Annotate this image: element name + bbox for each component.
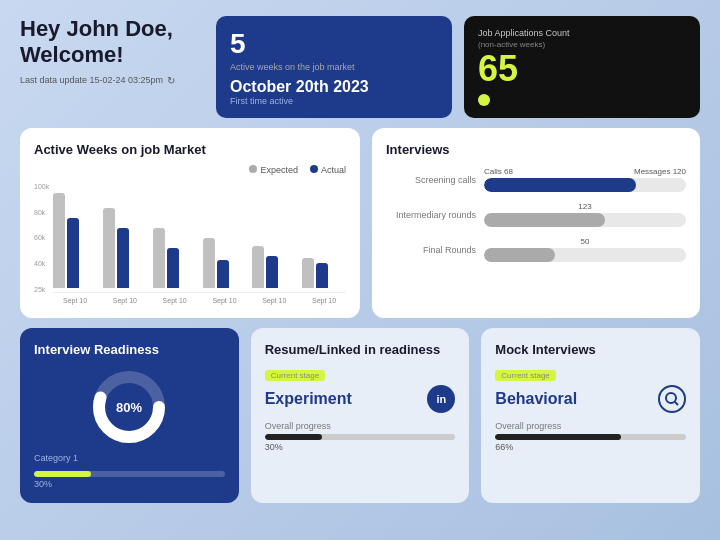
first-active-date: October 20th 2023 xyxy=(230,78,438,96)
current-stage-label: Current stage xyxy=(265,370,325,381)
chart-card: Active Weeks on job Market Expected Actu… xyxy=(20,128,360,318)
mock-overall-progress-label: Overall progress xyxy=(495,421,686,431)
intermediary-rounds-fill xyxy=(484,213,605,227)
greeting-block: Hey John Doe, Welcome! Last data update … xyxy=(20,16,200,86)
bar-group-6 xyxy=(302,258,346,288)
refresh-icon[interactable]: ↻ xyxy=(167,75,175,86)
bar-chart xyxy=(53,183,346,293)
x-axis: Sept 10 Sept 10 Sept 10 Sept 10 Sept 10 … xyxy=(53,297,346,304)
screening-calls-row: Screening calls Calls 68 Messages 120 xyxy=(386,167,686,192)
resume-progress-track xyxy=(265,434,456,440)
bar-actual-2 xyxy=(117,228,129,288)
bar-expected-2 xyxy=(103,208,115,288)
screening-calls-track xyxy=(484,178,686,192)
mock-progress-fill xyxy=(495,434,621,440)
mock-stage-value: Behavioral xyxy=(495,390,577,408)
bar-chart-container: Sept 10 Sept 10 Sept 10 Sept 10 Sept 10 … xyxy=(53,183,346,304)
stage-value: Experiment xyxy=(265,390,352,408)
resume-progress-fill xyxy=(265,434,322,440)
interviews-title: Interviews xyxy=(386,142,686,157)
legend-expected-dot xyxy=(249,165,257,173)
progress-fill xyxy=(34,471,91,477)
intermediary-rounds-track xyxy=(484,213,686,227)
bar-group-5 xyxy=(252,246,296,288)
messages-count: Messages 120 xyxy=(634,167,686,176)
screening-calls-bar-container: Calls 68 Messages 120 xyxy=(484,167,686,192)
legend-actual: Actual xyxy=(310,165,346,175)
legend-expected: Expected xyxy=(249,165,298,175)
bar-actual-6 xyxy=(316,263,328,288)
chart-legend: Expected Actual xyxy=(34,165,346,175)
screening-calls-label: Screening calls xyxy=(386,175,476,185)
job-app-value: 65 xyxy=(478,51,686,87)
bar-expected-5 xyxy=(252,246,264,288)
final-rounds-track xyxy=(484,248,686,262)
svg-point-3 xyxy=(666,393,676,403)
mock-stage-icon xyxy=(658,385,686,413)
bar-expected-4 xyxy=(203,238,215,288)
bar-actual-5 xyxy=(266,256,278,288)
job-applications-card: Job Applications Count (non-active weeks… xyxy=(464,16,700,118)
top-cards: 5 Active weeks on the job market October… xyxy=(216,16,700,118)
final-rounds-value: 50 xyxy=(581,237,590,246)
stage-row: Experiment in xyxy=(265,385,456,413)
bar-expected-6 xyxy=(302,258,314,288)
stage-icon: in xyxy=(427,385,455,413)
intermediary-rounds-bar-container: 123 xyxy=(484,202,686,227)
bar-actual-4 xyxy=(217,260,229,288)
bar-expected-3 xyxy=(153,228,165,288)
bar-actual-1 xyxy=(67,218,79,288)
progress-percent: 30% xyxy=(34,479,225,489)
first-active-label: First time active xyxy=(230,96,438,106)
svg-line-4 xyxy=(675,402,678,405)
search-icon xyxy=(664,391,680,407)
mock-current-stage-badge: Current stage xyxy=(495,367,686,385)
mock-current-stage-label: Current stage xyxy=(495,370,555,381)
bar-group-3 xyxy=(153,228,197,288)
bottom-section: Interview Readiness 80% Category 1 30% R… xyxy=(0,328,720,503)
final-rounds-fill xyxy=(484,248,555,262)
intermediary-rounds-label: Intermediary rounds xyxy=(386,210,476,220)
active-weeks-card: 5 Active weeks on the job market October… xyxy=(216,16,452,118)
mock-stage-row: Behavioral xyxy=(495,385,686,413)
overall-progress-label: Overall progress xyxy=(265,421,456,431)
job-app-label: Job Applications Count xyxy=(478,28,686,38)
final-rounds-bar-container: 50 xyxy=(484,237,686,262)
mock-progress-track xyxy=(495,434,686,440)
middle-section: Active Weeks on job Market Expected Actu… xyxy=(0,128,720,318)
interview-readiness-title: Interview Readiness xyxy=(34,342,225,357)
intermediary-value: 123 xyxy=(578,202,591,211)
progress-track xyxy=(34,471,225,477)
legend-actual-dot xyxy=(310,165,318,173)
bar-actual-3 xyxy=(167,248,179,288)
resume-progress-percent: 30% xyxy=(265,442,456,452)
category-label: Category 1 xyxy=(34,453,225,463)
donut-chart: 80% xyxy=(89,367,169,447)
y-axis: 100k 80k 60k 40k 25k xyxy=(34,183,49,293)
svg-text:80%: 80% xyxy=(116,400,142,415)
donut-container: 80% xyxy=(34,367,225,447)
last-update: Last data update 15-02-24 03:25pm ↻ xyxy=(20,75,200,86)
bar-expected-1 xyxy=(53,193,65,288)
mock-interviews-card: Mock Interviews Current stage Behavioral… xyxy=(481,328,700,503)
progress-bar-container: 30% xyxy=(34,471,225,489)
mock-interviews-title: Mock Interviews xyxy=(495,342,686,357)
active-weeks-number: 5 xyxy=(230,28,438,60)
calls-count: Calls 68 xyxy=(484,167,513,176)
top-section: Hey John Doe, Welcome! Last data update … xyxy=(0,0,720,128)
final-rounds-label: Final Rounds xyxy=(386,245,476,255)
bar-group-1 xyxy=(53,193,97,288)
screening-calls-fill xyxy=(484,178,636,192)
resume-readiness-title: Resume/Linked in readiness xyxy=(265,342,456,357)
active-weeks-subtitle: Active weeks on the job market xyxy=(230,62,438,72)
interview-readiness-card: Interview Readiness 80% Category 1 30% xyxy=(20,328,239,503)
final-rounds-row: Final Rounds 50 xyxy=(386,237,686,262)
interviews-card: Interviews Screening calls Calls 68 Mess… xyxy=(372,128,700,318)
resume-readiness-card: Resume/Linked in readiness Current stage… xyxy=(251,328,470,503)
yellow-dot xyxy=(478,94,490,106)
bar-group-4 xyxy=(203,238,247,288)
bar-group-2 xyxy=(103,208,147,288)
intermediary-rounds-row: Intermediary rounds 123 xyxy=(386,202,686,227)
current-stage-badge: Current stage xyxy=(265,367,456,385)
greeting-title: Hey John Doe, Welcome! xyxy=(20,16,200,69)
